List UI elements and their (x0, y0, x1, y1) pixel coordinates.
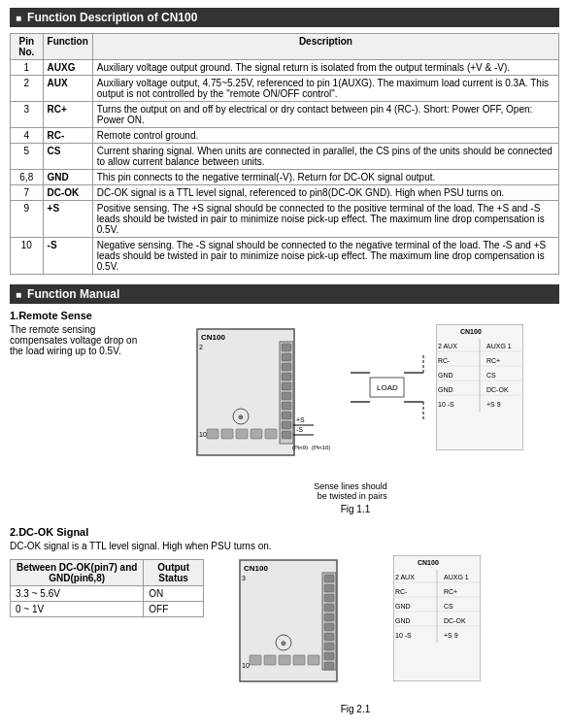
svg-rect-61 (324, 623, 334, 631)
svg-text:GND: GND (395, 617, 411, 624)
remote-sense-section: 1.Remote Sense The remote sensing compen… (10, 310, 559, 514)
load-sense-diagram: LOAD (351, 324, 428, 480)
svg-text:AUXG 1: AUXG 1 (444, 574, 469, 580)
section1-title: Function Description of CN100 (27, 11, 197, 24)
svg-rect-56 (324, 575, 334, 582)
svg-text:-S: -S (296, 426, 303, 433)
svg-rect-5 (282, 363, 291, 371)
col-description: Description (92, 34, 558, 60)
svg-rect-63 (324, 643, 334, 650)
svg-rect-74 (308, 655, 319, 665)
svg-rect-59 (324, 604, 334, 612)
svg-rect-10 (282, 412, 291, 419)
table-row: 3RC+Turns the output on and off by elect… (11, 102, 559, 128)
table-row: 2AUXAuxiliary voltage output, 4.75~5.25V… (11, 76, 559, 102)
svg-rect-6 (282, 373, 291, 381)
dcok-signal-section: 2.DC-OK Signal DC-OK signal is a TTL lev… (10, 526, 559, 714)
svg-text:RC+: RC+ (486, 357, 500, 364)
svg-text:2: 2 (199, 344, 203, 350)
svg-rect-58 (324, 594, 334, 602)
svg-rect-72 (279, 655, 290, 665)
section2-header: Function Manual (10, 284, 559, 304)
table-row: 9+SPositive sensing. The +S signal shoul… (11, 201, 559, 238)
table-row: 7DC-OKDC-OK signal is a TTL level signal… (11, 185, 559, 201)
function-table: Pin No. Function Description 1AUXGAuxili… (10, 33, 559, 275)
svg-text:RC-: RC- (395, 588, 408, 595)
svg-rect-7 (282, 382, 291, 390)
cn100-pin-table-1: CN100 2 AUXAUXG 1 RC-RC+ GNDCS GNDDC-OK … (436, 324, 523, 450)
svg-rect-4 (282, 353, 291, 361)
svg-text:AUXG 1: AUXG 1 (486, 343, 512, 349)
svg-text:CS: CS (444, 603, 453, 610)
svg-rect-62 (324, 633, 334, 641)
svg-rect-70 (250, 655, 261, 665)
svg-rect-8 (282, 392, 291, 400)
fig-2-label: Fig 2.1 (341, 704, 371, 714)
svg-text:10  -S: 10 -S (438, 401, 454, 408)
svg-text:2 AUX: 2 AUX (395, 574, 415, 580)
svg-text:LOAD: LOAD (377, 383, 398, 392)
svg-rect-3 (282, 344, 291, 351)
col-pinno: Pin No. (11, 34, 44, 60)
table-row: 10-SNegative sensing. The -S signal shou… (11, 238, 559, 275)
dcok-col1: Between DC-OK(pin7) and GND(pin6,8) (11, 560, 144, 586)
svg-rect-11 (282, 421, 291, 429)
svg-rect-60 (324, 613, 334, 621)
svg-text:GND: GND (395, 603, 411, 610)
dcok-text: DC-OK signal is a TTL level signal. High… (10, 541, 559, 551)
svg-text:⊕: ⊕ (238, 414, 244, 420)
svg-text:10: 10 (242, 662, 250, 669)
svg-text:+S  9: +S 9 (486, 401, 501, 408)
svg-text:⊕: ⊕ (281, 640, 286, 646)
dcok-heading: 2.DC-OK Signal (10, 526, 559, 538)
svg-rect-20 (251, 429, 262, 439)
svg-text:RC-: RC- (438, 357, 451, 364)
table-row: 6,8GNDThis pin connects to the negative … (11, 170, 559, 185)
cn100-diagram-2: CN100 3 10 (230, 555, 385, 701)
table-row: 1AUXGAuxiliary voltage output ground. Th… (11, 60, 559, 76)
svg-rect-17 (207, 429, 218, 439)
svg-text:3: 3 (242, 575, 246, 581)
svg-text:GND: GND (438, 386, 453, 393)
svg-rect-64 (324, 652, 334, 660)
svg-rect-9 (282, 402, 291, 410)
svg-text:DC-OK: DC-OK (444, 617, 466, 624)
svg-text:DC-OK: DC-OK (486, 386, 509, 393)
svg-text:(Pin9): (Pin9) (292, 445, 308, 450)
remote-sense-text: The remote sensing compensates voltage d… (10, 324, 146, 356)
table-row: 4RC-Remote control ground. (11, 128, 559, 144)
svg-rect-19 (236, 429, 248, 439)
fig-1-label: Fig 1.1 (341, 504, 371, 514)
cn100-pin-table-2: CN100 2 AUXAUXG 1 RC-RC+ GNDCS GNDDC-OK … (393, 555, 481, 681)
section2-title: Function Manual (27, 287, 119, 301)
section1-header: Function Description of CN100 (10, 8, 559, 27)
svg-rect-57 (324, 584, 334, 592)
svg-text:CS: CS (486, 372, 496, 379)
svg-text:RC+: RC+ (444, 588, 457, 595)
svg-text:10  -S: 10 -S (395, 632, 412, 639)
svg-text:+S  9: +S 9 (444, 632, 458, 639)
svg-text:CN100: CN100 (418, 559, 439, 566)
svg-rect-21 (265, 429, 277, 439)
svg-rect-73 (293, 655, 305, 665)
table-row: 5CSCurrent sharing signal. When units ar… (11, 144, 559, 170)
col-function: Function (43, 34, 92, 60)
svg-rect-12 (282, 431, 291, 439)
svg-text:CN100: CN100 (201, 333, 225, 342)
svg-rect-71 (264, 655, 276, 665)
sense-note: Sense lines shouldbe twisted in pairs (314, 481, 397, 501)
svg-text:2 AUX: 2 AUX (438, 343, 457, 349)
svg-rect-18 (221, 429, 233, 439)
svg-text:+S: +S (296, 416, 305, 423)
function-manual: 1.Remote Sense The remote sensing compen… (10, 310, 559, 714)
cn100-diagram-1: CN100 (187, 324, 343, 480)
svg-text:GND: GND (438, 372, 453, 379)
svg-text:CN100: CN100 (244, 564, 268, 573)
svg-text:10: 10 (199, 431, 207, 438)
svg-text:(Pin10): (Pin10) (312, 445, 330, 450)
remote-sense-heading: 1.Remote Sense (10, 310, 559, 321)
svg-text:CN100: CN100 (460, 328, 482, 335)
svg-rect-65 (324, 662, 334, 670)
